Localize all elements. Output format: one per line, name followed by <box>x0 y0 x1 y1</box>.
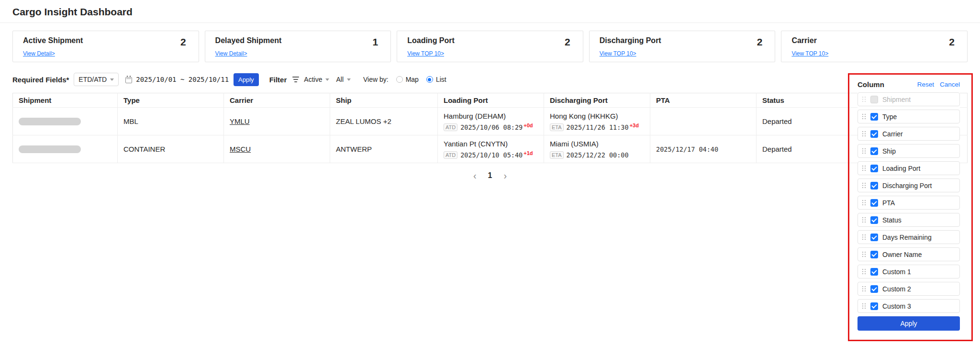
required-fields-label: Required Fields* <box>12 76 69 84</box>
header-pta: PTA <box>650 93 757 108</box>
view-top10-link[interactable]: View TOP 10> <box>791 50 828 57</box>
calendar-icon <box>125 77 132 83</box>
loading-port-time: ATD2025/10/06 08:29+0d <box>444 122 538 131</box>
stat-card-loading-port: Loading Port 2 View TOP 10> <box>397 31 583 62</box>
pagination: ‹ 1 › <box>0 171 980 180</box>
header-type: Type <box>118 93 224 108</box>
drag-handle-icon[interactable] <box>862 148 866 154</box>
column-item-pta[interactable]: PTA <box>858 196 960 210</box>
loading-port-name: Hamburg (DEHAM) <box>444 112 538 120</box>
view-top10-link[interactable]: View TOP 10> <box>600 50 636 57</box>
column-checkbox[interactable] <box>870 130 878 138</box>
scope-filter-select[interactable]: All <box>335 73 352 86</box>
cancel-link[interactable]: Cancel <box>940 81 960 88</box>
view-top10-link[interactable]: View TOP 10> <box>407 50 444 57</box>
scope-filter-value: All <box>336 76 344 83</box>
column-item-label: Custom 2 <box>882 285 911 293</box>
drag-handle-icon[interactable] <box>862 234 866 240</box>
discharging-port-time: ETA2025/12/22 00:00 <box>550 150 644 159</box>
drag-handle-icon[interactable] <box>862 217 866 223</box>
drag-handle-icon[interactable] <box>862 166 866 171</box>
column-item-label: Discharging Port <box>882 182 932 189</box>
column-checkbox[interactable] <box>870 234 878 241</box>
delay-delta: +3d <box>630 122 639 128</box>
atd-badge: ATD <box>444 151 457 159</box>
atd-badge: ATD <box>444 123 457 131</box>
view-detail-link[interactable]: View Detail> <box>215 50 247 57</box>
column-panel-title: Column <box>858 80 912 89</box>
stat-value: 2 <box>949 36 955 48</box>
column-checkbox[interactable] <box>870 251 878 258</box>
loading-datetime: 2025/10/06 08:29 <box>460 123 523 131</box>
table-row[interactable]: CONTAINER MSCU ANTWERP Yantian Pt (CNYTN… <box>13 135 968 163</box>
column-item-owner-name[interactable]: Owner Name <box>858 247 960 261</box>
next-page-button[interactable]: › <box>503 171 507 180</box>
stat-value: 2 <box>757 36 763 48</box>
reset-link[interactable]: Reset <box>917 81 934 88</box>
column-item-custom-2[interactable]: Custom 2 <box>858 282 960 296</box>
drag-handle-icon[interactable] <box>862 303 866 309</box>
column-item-custom-3[interactable]: Custom 3 <box>858 299 960 313</box>
prev-page-button[interactable]: ‹ <box>473 171 477 180</box>
date-range-value: 2025/10/01 ~ 2025/10/11 <box>136 76 229 83</box>
column-item-label: Ship <box>882 147 896 155</box>
column-item-label: Shipment <box>882 96 911 103</box>
ship-name: ZEAL LUMOS +2 <box>336 117 391 125</box>
carrier-link[interactable]: MSCU <box>230 145 251 153</box>
status-value: Departed <box>762 117 792 125</box>
column-item-ship[interactable]: Ship <box>858 144 960 158</box>
drag-handle-icon[interactable] <box>862 200 866 206</box>
column-checkbox[interactable] <box>870 147 878 155</box>
column-item-label: Type <box>882 113 897 121</box>
current-page[interactable]: 1 <box>488 171 492 180</box>
drag-handle-icon[interactable] <box>862 183 866 189</box>
column-item-loading-port[interactable]: Loading Port <box>858 161 960 175</box>
stat-value: 1 <box>373 36 379 48</box>
stat-label: Carrier <box>791 36 816 45</box>
field-type-select-value: ETD/ATD <box>78 76 107 83</box>
table-row[interactable]: MBL YMLU ZEAL LUMOS +2 Hamburg (DEHAM) A… <box>13 108 968 135</box>
column-checkbox[interactable] <box>870 268 878 276</box>
column-checkbox[interactable] <box>870 199 878 207</box>
view-by-map-radio[interactable]: Map <box>396 76 419 83</box>
drag-handle-icon[interactable] <box>862 131 866 137</box>
column-item-carrier[interactable]: Carrier <box>858 127 960 141</box>
discharging-datetime: 2025/12/22 00:00 <box>567 151 629 159</box>
drag-handle-icon[interactable] <box>862 286 866 292</box>
status-filter-select[interactable]: Active <box>291 73 330 86</box>
view-by-list-radio[interactable]: List <box>426 76 446 83</box>
column-checkbox[interactable] <box>870 165 878 172</box>
filter-label: Filter <box>269 76 287 84</box>
drag-handle-icon[interactable] <box>862 114 866 120</box>
column-item-days-remaining[interactable]: Days Remaining <box>858 230 960 244</box>
pta-value: 2025/12/17 04:40 <box>656 145 718 153</box>
column-item-label: Loading Port <box>882 165 920 172</box>
view-by-map-label: Map <box>406 76 419 83</box>
page-header: Cargo Insight Dashboard <box>0 0 980 23</box>
stat-label: Delayed Shipment <box>215 36 282 45</box>
column-checkbox[interactable] <box>870 113 878 121</box>
stat-label: Active Shipment <box>23 36 83 45</box>
date-range-picker[interactable]: 2025/10/01 ~ 2025/10/11 <box>125 76 229 83</box>
field-type-select[interactable]: ETD/ATD <box>74 73 119 86</box>
delay-delta: +0d <box>523 122 533 128</box>
discharging-datetime: 2025/11/26 11:30 <box>567 123 629 131</box>
column-settings-panel: Column Reset Cancel Shipment Type Carrie… <box>858 79 960 331</box>
column-checkbox[interactable] <box>870 285 878 293</box>
view-detail-link[interactable]: View Detail> <box>23 50 55 57</box>
drag-handle-icon[interactable] <box>862 252 866 257</box>
eta-badge: ETA <box>550 123 564 131</box>
apply-filters-button[interactable]: Apply <box>234 73 259 86</box>
column-item-discharging-port[interactable]: Discharging Port <box>858 178 960 192</box>
column-apply-button[interactable]: Apply <box>858 316 960 331</box>
column-checkbox[interactable] <box>870 182 878 189</box>
column-item-status[interactable]: Status <box>858 213 960 227</box>
column-item-type[interactable]: Type <box>858 110 960 123</box>
carrier-link[interactable]: YMLU <box>230 117 250 125</box>
loading-port-time: ATD2025/10/10 05:40+1d <box>444 150 538 159</box>
shipment-id-redacted <box>19 118 81 125</box>
column-checkbox[interactable] <box>870 216 878 224</box>
drag-handle-icon[interactable] <box>862 269 866 275</box>
column-item-custom-1[interactable]: Custom 1 <box>858 265 960 278</box>
column-checkbox[interactable] <box>870 302 878 310</box>
